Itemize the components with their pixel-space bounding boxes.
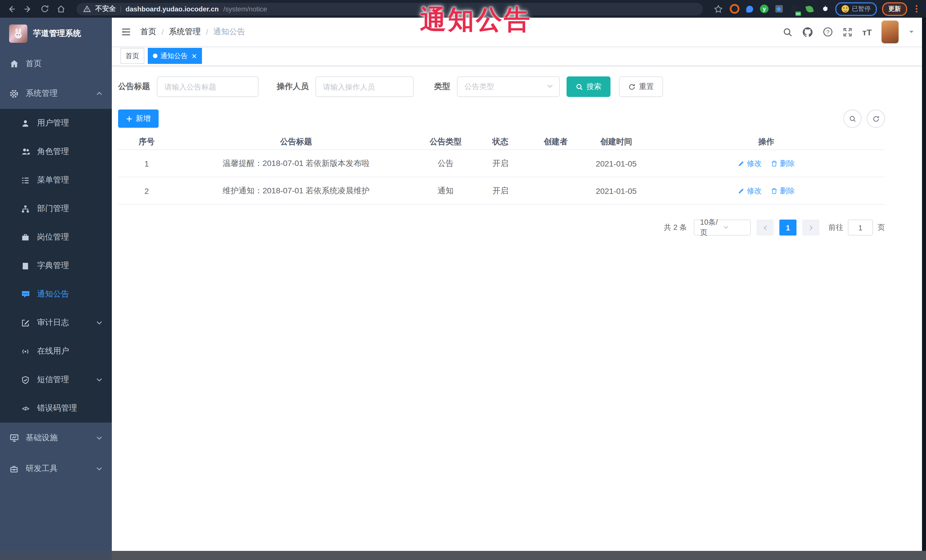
refresh-table-button[interactable] <box>867 110 885 128</box>
breadcrumb: 首页 / 系统管理 / 通知公告 <box>140 27 245 37</box>
sidebar-item-user-management[interactable]: 用户管理 <box>0 109 112 137</box>
chevron-right-icon <box>808 224 814 231</box>
pagination: 共 2 条 10条/页 1 前往 页 <box>118 220 885 235</box>
security-warning[interactable]: 不安全 <box>95 4 116 14</box>
back-icon[interactable] <box>6 3 17 15</box>
search-button[interactable]: 搜索 <box>567 76 610 97</box>
add-button[interactable]: 新增 <box>118 110 159 128</box>
book-icon <box>21 261 30 270</box>
extension-dark-on-icon[interactable]: on <box>789 4 799 14</box>
logo[interactable]: 芋道管理系统 <box>0 18 112 50</box>
extension-leaf-icon[interactable] <box>805 4 815 14</box>
breadcrumb-separator: / <box>206 27 208 36</box>
notice-type-select[interactable]: 公告类型 <box>457 76 560 97</box>
monitor-icon <box>9 433 19 443</box>
notice-table: 序号 公告标题 公告类型 状态 创建者 创建时间 操作 1 温馨提醒：2018-… <box>118 134 885 205</box>
logo-avatar <box>9 24 27 43</box>
help-icon[interactable]: ? <box>823 27 833 37</box>
sidebar-item-menu-management[interactable]: 菜单管理 <box>0 166 112 195</box>
home-icon <box>9 59 19 69</box>
sidebar-item-dict-management[interactable]: 字典管理 <box>0 252 112 280</box>
delete-link[interactable]: 删除 <box>771 186 795 196</box>
pencil-icon <box>738 187 744 194</box>
breadcrumb-system[interactable]: 系统管理 <box>169 27 201 37</box>
edit-link[interactable]: 修改 <box>738 186 762 196</box>
sidebar-item-dev-tools[interactable]: 研发工具 <box>0 453 112 484</box>
briefcase-icon <box>21 232 30 242</box>
browser-menu-icon[interactable] <box>912 5 920 12</box>
extension-orange-ring-icon[interactable] <box>729 4 740 14</box>
sidebar-item-sms-management[interactable]: 短信管理 <box>0 365 112 394</box>
sidebar-item-infrastructure[interactable]: 基础设施 <box>0 423 112 453</box>
chevron-down-icon <box>96 465 103 472</box>
sidebar-item-dept-management[interactable]: 部门管理 <box>0 195 112 223</box>
edit-link[interactable]: 修改 <box>738 158 762 169</box>
close-icon[interactable] <box>192 53 197 59</box>
delete-link[interactable]: 删除 <box>771 158 795 169</box>
hamburger-icon[interactable] <box>117 22 136 42</box>
pagination-total: 共 2 条 <box>664 222 687 232</box>
sidebar-item-post-management[interactable]: 岗位管理 <box>0 223 112 252</box>
chevron-down-icon <box>96 435 103 441</box>
screen: 不安全 dashboard.yudao.iocoder.cn/system/no… <box>0 0 926 560</box>
goto-page-input[interactable] <box>848 220 873 235</box>
extension-blue-grid-icon[interactable] <box>774 4 784 14</box>
gear-icon <box>9 89 19 98</box>
github-icon[interactable] <box>802 27 813 37</box>
extension-blue-drop-icon[interactable] <box>744 4 755 14</box>
url-path: /system/notice <box>223 5 267 13</box>
sidebar-item-online-users[interactable]: 在线用户 <box>0 337 112 365</box>
home-nav-icon[interactable] <box>55 3 67 15</box>
extension-green-y-icon[interactable]: y <box>760 5 769 13</box>
user-icon <box>21 118 30 128</box>
extension-pinwheel-icon[interactable] <box>820 4 830 14</box>
sidebar-item-home[interactable]: 首页 <box>0 50 112 78</box>
operator-label: 操作人员 <box>277 82 309 92</box>
operator-input[interactable] <box>316 76 414 97</box>
refresh-icon <box>872 115 879 122</box>
online-icon <box>21 346 30 356</box>
breadcrumb-home[interactable]: 首页 <box>140 27 156 37</box>
notice-title-input[interactable] <box>157 76 259 97</box>
sidebar-item-system[interactable]: 系统管理 <box>0 78 112 109</box>
menu-list-icon <box>21 175 30 185</box>
page-number-current[interactable]: 1 <box>779 220 796 235</box>
font-size-icon[interactable]: тT <box>862 27 872 37</box>
chevron-left-icon <box>762 224 768 231</box>
tag-notice[interactable]: 通知公告 <box>148 48 202 64</box>
reset-button[interactable]: 重置 <box>619 76 663 97</box>
bookmark-star-icon[interactable] <box>713 3 724 15</box>
page-size-select[interactable]: 10条/页 <box>694 220 751 235</box>
table-row: 1 温馨提醒：2018-07-01 若依新版本发布啦 公告 开启 2021-01… <box>118 149 885 177</box>
toggle-search-button[interactable] <box>843 110 861 128</box>
refresh-icon <box>628 83 635 91</box>
pencil-icon <box>738 160 744 167</box>
fullscreen-icon[interactable] <box>843 27 853 37</box>
paused-label: 已暂停 <box>852 5 871 13</box>
reload-icon[interactable] <box>39 3 50 15</box>
search-icon[interactable] <box>783 27 793 37</box>
warning-triangle-icon <box>83 5 91 12</box>
tag-home[interactable]: 首页 <box>120 48 144 64</box>
caret-down-icon[interactable] <box>908 27 915 37</box>
search-icon <box>576 83 583 91</box>
sidebar-item-role-management[interactable]: 角色管理 <box>0 137 112 166</box>
plus-icon <box>126 115 132 122</box>
url-bar[interactable]: 不安全 dashboard.yudao.iocoder.cn/system/no… <box>76 3 703 15</box>
sidebar-item-notice[interactable]: 通知公告 <box>0 280 112 308</box>
window-right-edge <box>922 18 926 560</box>
url-divider <box>120 5 121 12</box>
sidebar-fill <box>0 484 112 560</box>
profile-paused-badge[interactable]: 已暂停 <box>835 2 877 16</box>
code-icon: </> <box>21 403 30 413</box>
forward-icon[interactable] <box>22 3 34 15</box>
navbar-actions: ? тT <box>783 21 915 43</box>
user-avatar[interactable] <box>882 21 899 43</box>
breadcrumb-separator: / <box>162 27 164 36</box>
next-page-button[interactable] <box>802 220 819 235</box>
browser-update-button[interactable]: 更新 <box>882 2 907 16</box>
table-header: 序号 公告标题 公告类型 状态 创建者 创建时间 操作 <box>118 134 885 149</box>
sidebar-item-error-code[interactable]: </> 错误码管理 <box>0 394 112 423</box>
sidebar-item-audit-log[interactable]: 审计日志 <box>0 308 112 337</box>
prev-page-button[interactable] <box>757 220 774 235</box>
